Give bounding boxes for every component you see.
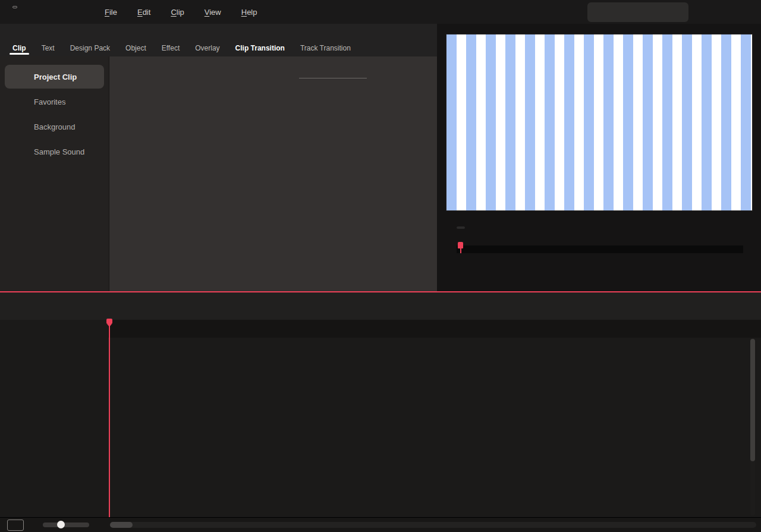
preview-playhead[interactable] bbox=[458, 242, 463, 248]
zoom-in-timeline-icon[interactable] bbox=[93, 519, 105, 531]
timeline-vertical-scrollbar[interactable] bbox=[750, 339, 755, 516]
sidebar-item-background[interactable]: Background bbox=[5, 115, 104, 138]
sidebar-item-label: Project Clip bbox=[34, 73, 77, 81]
preview-zoom[interactable] bbox=[455, 267, 469, 278]
timeline-header bbox=[0, 320, 761, 338]
gom-mix-window: FileEditClipViewHelp ClipTextDesign Pack… bbox=[0, 0, 761, 532]
maximize-icon bbox=[715, 8, 722, 16]
media-panel bbox=[109, 56, 437, 291]
fit-timeline-button[interactable] bbox=[7, 520, 24, 531]
tab-text[interactable]: Text bbox=[34, 24, 62, 56]
clip-icon bbox=[13, 28, 26, 40]
tab-overlay[interactable]: Overlay bbox=[187, 24, 227, 56]
object-icon bbox=[130, 28, 142, 40]
preview-controls bbox=[437, 263, 761, 287]
sidebar-item-favorites[interactable]: Favorites bbox=[5, 90, 104, 114]
track-transition-icon bbox=[319, 28, 332, 40]
sidebar-item-label: Sample Sound bbox=[34, 147, 84, 156]
search-input[interactable] bbox=[299, 68, 367, 78]
chevron-down-icon[interactable] bbox=[87, 147, 96, 156]
search-area bbox=[288, 67, 422, 79]
search-icon bbox=[288, 68, 299, 78]
tab-label: Clip Transition bbox=[235, 44, 285, 52]
home-icon bbox=[76, 6, 87, 18]
menu-clip[interactable]: Clip bbox=[171, 8, 184, 17]
menu-file[interactable]: File bbox=[105, 8, 117, 17]
timeline-zoom-slider[interactable] bbox=[43, 522, 89, 527]
timeline-zoom-knob[interactable] bbox=[57, 521, 65, 528]
save-icon bbox=[653, 6, 666, 19]
account-check-button[interactable] bbox=[625, 5, 640, 20]
library-sidebar: Project ClipFavoritesBackgroundSample So… bbox=[0, 56, 109, 291]
tab-effect[interactable]: Effect bbox=[154, 24, 187, 56]
vertical-scroll-thumb[interactable] bbox=[750, 339, 755, 461]
minimize-button[interactable] bbox=[683, 0, 706, 24]
main-tabbar: ClipTextDesign PackObjectEffectOverlayCl… bbox=[0, 24, 437, 56]
logo-edition-badge bbox=[12, 6, 17, 8]
clip-transition-icon bbox=[254, 28, 266, 40]
edit-toolbar bbox=[0, 292, 761, 320]
headset-button[interactable] bbox=[598, 5, 612, 20]
tab-label: Track Transition bbox=[300, 44, 351, 52]
fit-width-icon bbox=[11, 521, 20, 530]
menu-help[interactable]: Help bbox=[241, 8, 257, 17]
minimize-icon bbox=[691, 8, 699, 16]
sidebar-item-label: Favorites bbox=[34, 97, 65, 106]
heart-icon bbox=[15, 96, 27, 108]
sidebar-item-sample-sound[interactable]: Sample Sound bbox=[5, 140, 104, 163]
close-icon bbox=[738, 8, 746, 16]
tab-label: Overlay bbox=[195, 44, 219, 52]
tab-clip[interactable]: Clip bbox=[5, 24, 34, 56]
close-button[interactable] bbox=[730, 0, 754, 24]
add-image-icon bbox=[145, 67, 158, 80]
titlebar: FileEditClipViewHelp bbox=[0, 0, 761, 24]
tab-label: Object bbox=[125, 44, 146, 52]
tab-clip-transition[interactable]: Clip Transition bbox=[228, 24, 293, 56]
pattern-icon bbox=[15, 121, 27, 133]
current-timecode[interactable] bbox=[457, 226, 465, 229]
text-icon bbox=[42, 28, 54, 40]
chevron-down-icon[interactable] bbox=[87, 122, 96, 131]
horizontal-scroll-thumb[interactable] bbox=[110, 522, 133, 528]
quick-actions bbox=[587, 2, 688, 22]
tab-track-transition[interactable]: Track Transition bbox=[293, 24, 359, 56]
tab-label: Effect bbox=[162, 44, 180, 52]
design-pack-icon bbox=[84, 28, 96, 40]
add-image-button[interactable] bbox=[145, 67, 158, 80]
add-folder-button[interactable] bbox=[125, 67, 138, 80]
tab-label: Text bbox=[42, 44, 55, 52]
zoom-icon bbox=[455, 267, 466, 278]
timeline-bottom-bar bbox=[0, 517, 761, 532]
account-check-icon bbox=[626, 6, 639, 19]
tab-object[interactable]: Object bbox=[118, 24, 154, 56]
home-button[interactable] bbox=[73, 4, 90, 20]
timeline-playhead[interactable] bbox=[109, 320, 110, 517]
add-track-area bbox=[0, 320, 109, 338]
timeline-horizontal-scrollbar[interactable] bbox=[110, 522, 756, 528]
sidebar-item-label: Background bbox=[34, 122, 75, 131]
tab-label: Design Pack bbox=[70, 44, 110, 52]
overlay-icon bbox=[201, 28, 213, 40]
filter-icon bbox=[375, 67, 387, 79]
sidebar-item-project-clip[interactable]: Project Clip bbox=[5, 65, 104, 89]
media-toolbar bbox=[109, 65, 437, 81]
effect-icon bbox=[164, 28, 177, 40]
save-button[interactable] bbox=[653, 5, 667, 20]
maximize-button[interactable] bbox=[706, 0, 730, 24]
filter-button[interactable] bbox=[375, 67, 387, 79]
grid-view-button[interactable] bbox=[402, 67, 414, 79]
tab-label: Clip bbox=[12, 44, 26, 52]
headset-icon bbox=[599, 6, 612, 19]
folder-plus-icon bbox=[15, 71, 27, 83]
menu-view[interactable]: View bbox=[205, 8, 221, 17]
app-logo bbox=[8, 5, 17, 8]
zoom-out-timeline-icon[interactable] bbox=[27, 520, 37, 530]
preview-canvas[interactable] bbox=[446, 34, 753, 211]
preview-seekbar[interactable] bbox=[457, 245, 743, 253]
add-track-icon[interactable] bbox=[8, 323, 19, 335]
grid-view-icon bbox=[402, 67, 414, 79]
timeline-playhead-handle[interactable] bbox=[106, 319, 112, 324]
tab-design-pack[interactable]: Design Pack bbox=[62, 24, 118, 56]
timeline-ruler[interactable] bbox=[109, 320, 761, 338]
menu-edit[interactable]: Edit bbox=[137, 8, 150, 17]
